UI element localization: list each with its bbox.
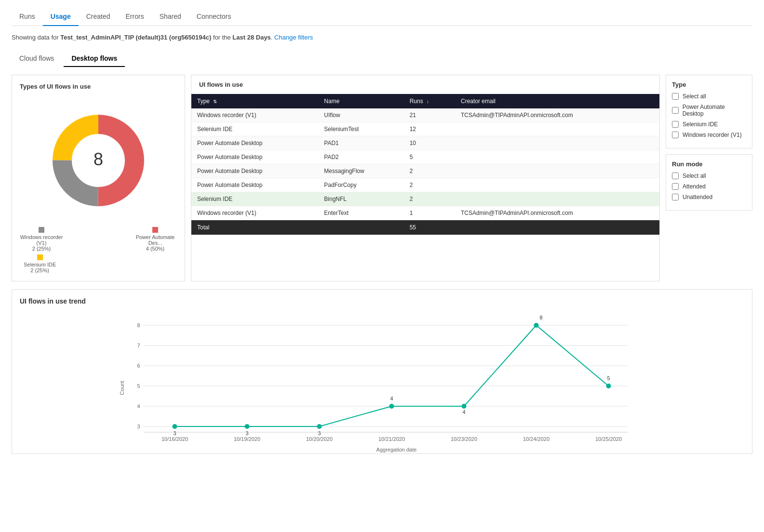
cell-creator bbox=[455, 164, 659, 178]
legend-pad-value: 4 (50%) bbox=[146, 246, 165, 252]
cell-runs: 1 bbox=[404, 206, 455, 220]
cell-runs: 21 bbox=[404, 108, 455, 122]
x-label-1023: 10/23/2020 bbox=[451, 436, 477, 442]
y-axis-label: Count bbox=[119, 381, 125, 395]
sort-icon-runs: ↓ bbox=[427, 99, 429, 104]
cell-name: UIflow bbox=[318, 108, 403, 122]
filter-windows-recorder[interactable]: Windows recorder (V1) bbox=[672, 132, 746, 138]
cell-name: PAD1 bbox=[318, 136, 403, 150]
change-filters-link[interactable]: Change filters bbox=[274, 34, 313, 41]
table-row: Windows recorder (V1)UIflow21TCSAdmin@TI… bbox=[191, 108, 659, 122]
legend-selenium-value: 2 (25%) bbox=[30, 267, 49, 273]
cell-type: Selenium IDE bbox=[191, 122, 318, 136]
trend-title: UI flows in use trend bbox=[20, 297, 744, 305]
dot-1019 bbox=[245, 424, 250, 429]
cell-name: PadForCopy bbox=[318, 178, 403, 192]
filter-pad-label: Power Automate Desktop bbox=[683, 104, 746, 117]
cell-runs: 5 bbox=[404, 150, 455, 164]
total-value bbox=[318, 220, 403, 235]
cell-creator bbox=[455, 192, 659, 206]
total-label: Total bbox=[191, 220, 318, 235]
cell-creator: TCSAdmin@TIPAdminAPI.onmicrosoft.com bbox=[455, 108, 659, 122]
filter-attended[interactable]: Attended bbox=[672, 183, 746, 190]
subtitle-period: Last 28 Days bbox=[232, 34, 271, 41]
cell-type: Selenium IDE bbox=[191, 192, 318, 206]
table-row: Selenium IDESeleniumTest12 bbox=[191, 122, 659, 136]
table-body: Windows recorder (V1)UIflow21TCSAdmin@TI… bbox=[191, 108, 659, 235]
y-label-3: 3 bbox=[137, 424, 140, 429]
col-creator[interactable]: Creator email bbox=[455, 94, 659, 108]
donut-center-value: 8 bbox=[94, 149, 103, 169]
legend-windows-label: Windows recorder (V1) bbox=[20, 234, 63, 246]
col-runs[interactable]: Runs ↓ bbox=[404, 94, 455, 108]
table-row: Selenium IDEBingNFL2 bbox=[191, 192, 659, 206]
tab-errors[interactable]: Errors bbox=[118, 8, 152, 26]
subtitle-prefix: Showing data for bbox=[12, 34, 60, 41]
checkbox-select-all-type[interactable] bbox=[672, 93, 679, 100]
filter-select-all-run[interactable]: Select all bbox=[672, 173, 746, 179]
total-runs: 55 bbox=[404, 220, 455, 235]
cell-type: Power Automate Desktop bbox=[191, 150, 318, 164]
sub-tab-cloud[interactable]: Cloud flows bbox=[12, 51, 62, 67]
x-axis-label: Aggregation date bbox=[376, 447, 417, 452]
cell-name: SeleniumTest bbox=[318, 122, 403, 136]
dot-1025 bbox=[606, 384, 611, 388]
filter-selenium-label: Selenium IDE bbox=[683, 121, 718, 128]
checkbox-unattended[interactable] bbox=[672, 194, 679, 200]
val-1025: 5 bbox=[607, 375, 610, 381]
filter-select-all-run-label: Select all bbox=[683, 173, 706, 179]
filter-pad[interactable]: Power Automate Desktop bbox=[672, 104, 746, 117]
tab-created[interactable]: Created bbox=[79, 8, 118, 26]
x-label-1024: 10/24/2020 bbox=[523, 436, 550, 442]
filter-selenium[interactable]: Selenium IDE bbox=[672, 121, 746, 128]
checkbox-select-all-run[interactable] bbox=[672, 173, 679, 179]
cell-type: Windows recorder (V1) bbox=[191, 206, 318, 220]
tab-runs[interactable]: Runs bbox=[12, 8, 43, 26]
subtitle-bar: Showing data for Test_test_AdminAPI_TIP … bbox=[12, 34, 752, 41]
tab-connectors[interactable]: Connectors bbox=[189, 8, 239, 26]
col-name[interactable]: Name bbox=[318, 94, 403, 108]
sub-tabs: Cloud flows Desktop flows bbox=[12, 51, 752, 67]
tab-usage[interactable]: Usage bbox=[43, 8, 79, 26]
trend-svg: Count 8 7 6 5 bbox=[20, 311, 744, 455]
table-row: Power Automate DesktopPadForCopy2 bbox=[191, 178, 659, 192]
cell-type: Power Automate Desktop bbox=[191, 178, 318, 192]
cell-name: EnterText bbox=[318, 206, 403, 220]
cell-runs: 12 bbox=[404, 122, 455, 136]
donut-svg: 8 bbox=[45, 107, 151, 213]
col-type[interactable]: Type ⇅ bbox=[191, 94, 318, 108]
filter-unattended[interactable]: Unattended bbox=[672, 194, 746, 200]
checkbox-pad[interactable] bbox=[672, 107, 679, 114]
table-row: Power Automate DesktopPAD110 bbox=[191, 136, 659, 150]
trend-line bbox=[175, 325, 609, 426]
legend-windows-color bbox=[39, 227, 44, 233]
sort-icon-type: ⇅ bbox=[213, 99, 217, 104]
donut-panel: Types of UI flows in use 8 bbox=[12, 75, 185, 281]
filter-select-all-type-label: Select all bbox=[683, 93, 706, 100]
legend-selenium: Selenium IDE 2 (25%) bbox=[24, 254, 56, 273]
dot-1016 bbox=[173, 424, 177, 429]
dot-1021 bbox=[389, 404, 394, 409]
x-label-1025: 10/25/2020 bbox=[595, 436, 622, 442]
filter-attended-label: Attended bbox=[683, 183, 706, 190]
run-mode-filter-section: Run mode Select all Attended Unattended bbox=[666, 154, 752, 211]
val-1023: 4 bbox=[462, 409, 465, 415]
checkbox-attended[interactable] bbox=[672, 183, 679, 190]
table-row: Windows recorder (V1)EnterText1TCSAdmin@… bbox=[191, 206, 659, 220]
filter-select-all-type[interactable]: Select all bbox=[672, 93, 746, 100]
subtitle-mid: for the bbox=[211, 34, 232, 41]
tab-shared[interactable]: Shared bbox=[152, 8, 189, 26]
dot-1020 bbox=[317, 424, 322, 429]
checkbox-selenium[interactable] bbox=[672, 121, 679, 128]
main-content: Types of UI flows in use 8 bbox=[12, 75, 752, 281]
type-filter-section: Type Select all Power Automate Desktop S… bbox=[666, 75, 752, 148]
cell-name: PAD2 bbox=[318, 150, 403, 164]
donut-legend: Windows recorder (V1) 2 (25%) Power Auto… bbox=[20, 227, 177, 273]
legend-selenium-color bbox=[37, 254, 43, 260]
sub-tab-desktop[interactable]: Desktop flows bbox=[64, 51, 125, 67]
y-label-5: 5 bbox=[137, 383, 140, 389]
filter-windows-recorder-label: Windows recorder (V1) bbox=[683, 132, 742, 138]
cell-runs: 2 bbox=[404, 178, 455, 192]
dot-1024 bbox=[534, 323, 539, 328]
checkbox-windows-recorder[interactable] bbox=[672, 132, 679, 138]
